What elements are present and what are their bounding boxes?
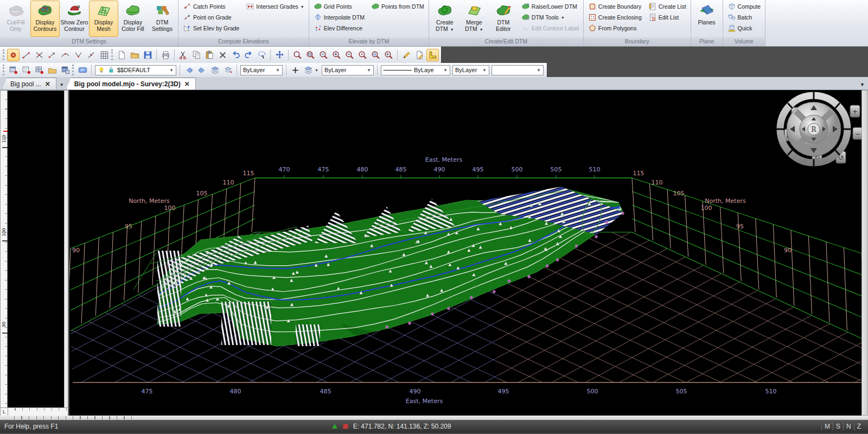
ribbon-button-point-on-grade[interactable]: Point on Grade (181, 12, 241, 23)
ribbon-button-planes[interactable]: Planes (692, 1, 722, 37)
ribbon-button-grid-points[interactable]: Grid Points (311, 1, 367, 12)
3d-viewport[interactable]: 470475480485490495500505510East, Meters4… (69, 90, 861, 416)
copy-icon[interactable] (190, 49, 203, 61)
ribbon-button-create-list[interactable]: Create List (646, 1, 688, 12)
ribbon-button-show-zero-contour[interactable]: Show ZeroContour (60, 1, 89, 37)
vertical-scrollbar[interactable] (861, 90, 868, 416)
window-cascade-icon[interactable] (7, 64, 20, 76)
window-folder-icon[interactable] (46, 64, 59, 76)
ribbon-button-elev-difference[interactable]: Elev Difference (311, 23, 367, 34)
view-navigation-wheel[interactable]: ↕⇄+−↻↺ (760, 90, 861, 174)
ribbon-button-merge-dtm[interactable]: MergeDTM ▼ (459, 1, 489, 37)
ribbon-button-create-enclosing[interactable]: Create Enclosing (586, 12, 644, 23)
zoom-dynamic-icon[interactable] (317, 49, 330, 61)
layer-select[interactable]: $$DEFAULT▼ (95, 65, 176, 75)
window-tile-icon[interactable] (33, 64, 46, 76)
measure-ruler-icon[interactable] (426, 49, 439, 61)
print-icon[interactable] (159, 49, 172, 61)
ribbon-button-display-contours[interactable]: DisplayContours (30, 1, 60, 37)
pan-icon[interactable] (273, 49, 286, 61)
close-icon[interactable]: ✕ (184, 80, 190, 88)
status-flag-m[interactable]: M (821, 423, 833, 430)
point-tool-icon[interactable] (7, 49, 20, 61)
zoom-center-icon[interactable] (356, 49, 369, 61)
save-file-icon[interactable] (142, 49, 154, 61)
erase-icon[interactable] (216, 49, 229, 61)
ribbon-button-create-boundary[interactable]: Create Boundary (586, 1, 644, 12)
undo-icon[interactable] (229, 49, 242, 61)
zoom-window-icon[interactable] (304, 49, 317, 61)
snap-stop-icon[interactable] (342, 423, 349, 430)
new-file-icon[interactable] (116, 49, 128, 61)
plot-style-select[interactable]: ▼ (492, 65, 544, 75)
tab-big-pool-model-3d[interactable]: Big pool model.mjo - Survey:2(3D) ✕ (66, 78, 196, 90)
ribbon-button-edit-list[interactable]: Edit List (646, 12, 688, 23)
nav-wheel-center-label[interactable]: R (811, 126, 816, 133)
zoom-previous-icon[interactable] (382, 49, 395, 61)
ribbon-button-interpolate-dtm[interactable]: Interpolate DTM (311, 12, 367, 23)
ribbon-button-points-from-dtm[interactable]: Points from DTM (369, 1, 426, 12)
toolbar-grip[interactable] (3, 49, 4, 60)
inverse-tool-icon[interactable] (46, 49, 59, 61)
ruler-corner-button[interactable]: L (1, 408, 8, 416)
lineweight-select[interactable]: ByLayer▼ (452, 65, 489, 75)
nav-wheel-button[interactable]: − (853, 127, 861, 139)
cut-icon[interactable] (177, 49, 190, 61)
plus-icon-icon[interactable] (289, 64, 302, 76)
paste-icon[interactable] (203, 49, 216, 61)
close-icon[interactable]: ✕ (45, 80, 50, 88)
ribbon-button-create-dtm[interactable]: CreateDTM ▼ (430, 1, 459, 37)
grid-tool-icon[interactable] (98, 49, 111, 61)
ribbon-button-raise-lower-dtm[interactable]: Raise/Lower DTM (519, 1, 581, 12)
toolbar-grip[interactable] (111, 49, 113, 60)
ribbon-button-set-elev-by-grade[interactable]: Set Elev by Grade (181, 23, 241, 34)
back-arrow-icon-icon[interactable] (183, 64, 195, 76)
select-window-icon[interactable] (256, 49, 268, 61)
status-flag-s[interactable]: S (833, 423, 843, 430)
offset-tool-icon[interactable] (85, 49, 98, 61)
message-icon-icon[interactable] (76, 64, 89, 76)
tab-big-pool[interactable]: Big pool ... ✕ (2, 78, 56, 90)
layer-prev-icon-icon[interactable] (222, 64, 234, 76)
profile-canvas[interactable] (8, 91, 65, 407)
intersection-tool-icon[interactable] (33, 49, 46, 61)
ribbon-button-dtm-tools[interactable]: DTM Tools▼ (519, 12, 581, 23)
zoom-object-icon[interactable] (369, 49, 382, 61)
ribbon-button-catch-points[interactable]: Catch Points (181, 1, 241, 12)
toolbar-grip[interactable] (3, 65, 4, 75)
curve-tool-icon[interactable] (59, 49, 72, 61)
linetype-select[interactable]: ByLaye▼ (381, 65, 450, 75)
ribbon-button-intersect-grades[interactable]: Intersect Grades▼ (244, 1, 307, 12)
edit-page-icon[interactable] (413, 49, 426, 61)
forward-arrow-icon-icon[interactable] (196, 64, 208, 76)
zoom-out-icon[interactable] (343, 49, 356, 61)
window-html-icon[interactable] (20, 64, 33, 76)
ribbon-button-display-color-fill[interactable]: DisplayColor Fill (118, 1, 148, 37)
ribbon-button-from-polygons[interactable]: From Polygons (586, 23, 644, 34)
chevron-down-icon[interactable]: ▼ (315, 68, 318, 72)
ribbon-button-edit-contour-label[interactable]: Edit Contour Label (519, 23, 581, 34)
layers-icon-icon[interactable] (209, 64, 221, 76)
ribbon-button-dtm-settings[interactable]: DTMSettings (148, 1, 177, 37)
ribbon-button-compute[interactable]: Compute (725, 1, 763, 12)
ribbon-button-batch[interactable]: Batch (725, 12, 763, 23)
redo-icon[interactable] (242, 49, 255, 61)
angle-tool-icon[interactable] (72, 49, 85, 61)
sketch-pencil-icon[interactable] (400, 49, 413, 61)
ribbon-button-quick[interactable]: Quick (725, 23, 763, 34)
line-segment-tool-icon[interactable] (20, 49, 33, 61)
open-file-icon[interactable] (129, 49, 141, 61)
zoom-realtime-icon[interactable] (291, 49, 304, 61)
nav-wheel-button[interactable]: + (850, 105, 860, 117)
toolbar-grip[interactable] (72, 65, 74, 75)
ribbon-button-dtm-editor[interactable]: DTMEditor (489, 1, 518, 37)
window-3d-icon[interactable] (59, 64, 72, 76)
tabbar-overflow-icon[interactable]: ▼ (860, 82, 865, 87)
layers-icon-icon[interactable] (302, 64, 315, 76)
tab-list-dropdown-icon[interactable]: ▼ (58, 80, 66, 90)
text-style-select[interactable]: ByLayer▼ (322, 65, 374, 75)
snap-up-icon[interactable] (331, 423, 338, 430)
status-flag-z[interactable]: Z (854, 423, 864, 430)
status-flag-n[interactable]: N (843, 423, 854, 430)
ribbon-button-cut-fill-only[interactable]: Cut/FillOnly (1, 1, 30, 37)
